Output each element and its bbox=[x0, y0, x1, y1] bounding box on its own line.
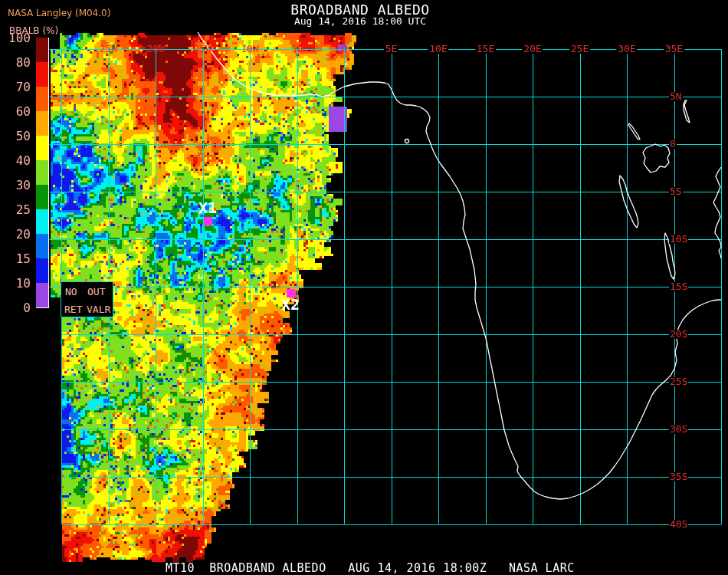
latitude-label: 10S bbox=[669, 235, 688, 244]
latitude-label: 30S bbox=[669, 425, 688, 434]
longitude-label: 20E bbox=[522, 44, 543, 54]
status-bar: MT10 BROADBAND ALBEDO AUG 14, 2016 18:00… bbox=[166, 561, 575, 575]
colorbar-tick: 20 bbox=[0, 227, 31, 242]
colorbar-segment bbox=[36, 87, 48, 111]
colorbar-tick: 100 bbox=[0, 31, 31, 45]
colorbar-tick: 50 bbox=[0, 129, 31, 143]
longitude-label: 20W bbox=[146, 44, 164, 54]
colorbar bbox=[36, 38, 49, 308]
colorbar-tick: 40 bbox=[0, 153, 31, 168]
flag-legend-entry: VALR bbox=[87, 304, 110, 315]
retrieval-flag-legend: NOOUTRETVALR bbox=[61, 281, 113, 317]
flag-legend-entry: OUT bbox=[87, 286, 105, 297]
colorbar-tick: 70 bbox=[0, 80, 31, 94]
colorbar-segment bbox=[36, 160, 48, 185]
longitude-label: 10W bbox=[241, 44, 258, 54]
colorbar-segment bbox=[36, 185, 48, 209]
latitude-label: 40S bbox=[669, 520, 688, 529]
longitude-label: 5E bbox=[384, 44, 399, 54]
latitude-label: 35S bbox=[669, 472, 688, 481]
colorbar-tick: 25 bbox=[0, 202, 31, 217]
colorbar-segment bbox=[36, 209, 48, 234]
colorbar-tick: 60 bbox=[0, 104, 31, 119]
longitude-label: 5W bbox=[291, 44, 303, 54]
product-label: NASA Langley (M04.0) bbox=[8, 8, 110, 18]
colorbar-segment bbox=[36, 258, 48, 283]
colorbar-segment bbox=[36, 234, 48, 258]
colorbar-segment bbox=[36, 283, 48, 307]
latitude-label: 20S bbox=[669, 330, 688, 339]
latitude-label: 5N bbox=[669, 92, 683, 101]
albedo-map-screen: NASA Langley (M04.0) BBALB (%) BROADBAND… bbox=[0, 0, 728, 575]
longitude-label: 25W bbox=[100, 44, 117, 54]
colorbar-tick: 30 bbox=[0, 178, 31, 192]
colorbar-tick: 0 bbox=[0, 301, 31, 315]
longitude-label: 0 bbox=[341, 44, 347, 54]
colorbar-segment bbox=[36, 136, 48, 160]
latitude-label: 15S bbox=[669, 282, 688, 291]
colorbar-tick: 80 bbox=[0, 55, 31, 70]
latitude-label: 0 bbox=[669, 140, 677, 149]
colorbar-segment bbox=[36, 62, 48, 87]
colorbar-tick: 15 bbox=[0, 251, 31, 266]
site-marker-label: X2 bbox=[281, 297, 300, 312]
site-marker-label: X1 bbox=[198, 200, 217, 215]
latitude-label: 25S bbox=[669, 377, 688, 386]
latitude-label: 5S bbox=[669, 187, 683, 196]
longitude-label: 15W bbox=[194, 44, 212, 54]
longitude-label: 15E bbox=[475, 44, 496, 54]
colorbar-segment bbox=[36, 38, 48, 62]
longitude-label: 30E bbox=[616, 44, 637, 54]
colorbar-segment bbox=[36, 111, 48, 136]
colorbar-tick: 10 bbox=[0, 276, 31, 291]
flag-legend-entry: RET bbox=[64, 304, 82, 315]
longitude-label: 10E bbox=[428, 44, 448, 54]
site-marker-square bbox=[204, 217, 212, 225]
timestamp-subtitle: Aug 14, 2016 18:00 UTC bbox=[245, 15, 475, 27]
flag-legend-entry: NO bbox=[65, 286, 77, 297]
longitude-label: 25E bbox=[569, 44, 590, 54]
longitude-label: 35E bbox=[664, 44, 684, 54]
